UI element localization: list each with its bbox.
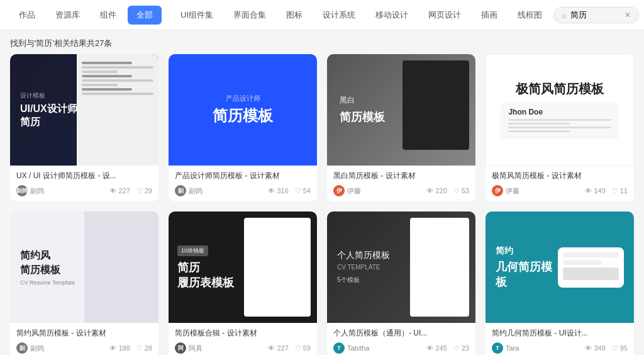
card-6-badge: 10块钱板: [177, 245, 208, 256]
card-5-author: 副 副鸽: [16, 342, 44, 354]
card-6-stats: 👁 227 ♡ 59: [268, 344, 311, 352]
card-7-info: 个人简历模板（通用）- UI... T Tabitha 👁 245 ♡ 23: [327, 323, 475, 355]
card-1-avatar: 副鸽: [16, 185, 28, 196]
card-3-author-name: 伊藤: [347, 186, 361, 196]
card-2-stats: 👁 316 ♡ 54: [268, 187, 311, 195]
card-4-author-name: 伊藤: [506, 186, 519, 196]
card-1-author-name: 副鸽: [30, 186, 44, 196]
card-8-meta: T Tara 👁 348 ♡ 95: [492, 342, 628, 354]
tab-assets[interactable]: 资源库: [47, 6, 89, 25]
card-1[interactable]: 设计模板 UI/UX设计师简历 UX / UI 设计师简历模板 - 设... 副…: [10, 54, 158, 201]
card-1-info: UX / UI 设计师简历模板 - 设... 副鸽 副鸽 👁 227 ♡ 29: [10, 166, 158, 201]
tab-components[interactable]: 组件: [91, 6, 125, 25]
card-2-main: 简历模板: [213, 106, 273, 126]
card-4-avatar: 伊: [492, 185, 503, 196]
tab-ui-sets[interactable]: 界面合集: [225, 6, 275, 25]
card-8-author-name: Tara: [506, 344, 519, 352]
card-2-likes: ♡ 54: [295, 187, 311, 195]
card-7-likes: ♡ 23: [453, 344, 469, 352]
search-input[interactable]: [570, 10, 621, 20]
card-8-preview: [558, 247, 624, 288]
card-7-t1: 个人简历模板: [337, 250, 390, 261]
card-6-meta: 阿 阿具 👁 227 ♡ 59: [175, 342, 311, 354]
card-6-info: 简历模板合辑 - 设计素材 阿 阿具 👁 227 ♡ 59: [169, 323, 317, 355]
card-2[interactable]: 产品设计师 简历模板 产品设计师简历模板 - 设计素材 副 副鸽 👁 316 ♡…: [169, 54, 317, 201]
tab-icons[interactable]: 图标: [277, 6, 311, 25]
card-1-title-text: UI/UX设计师简历: [20, 103, 77, 129]
card-6-author: 阿 阿具: [175, 342, 203, 354]
top-navigation: 作品 资源库 组件 全部 UI组件集 界面合集 图标 设计系统 移动设计 网页设…: [0, 0, 644, 30]
result-count: 找到与'简历'相关结果共27条: [0, 30, 644, 54]
card-7-meta: T Tabitha 👁 245 ♡ 23: [333, 342, 469, 354]
card-7-avatar: T: [333, 342, 345, 354]
card-3-thumbnail: 黑白 简历模板: [327, 54, 475, 166]
card-8-avatar: T: [492, 342, 503, 354]
card-3-likes: ♡ 53: [453, 187, 469, 195]
tab-mobile[interactable]: 移动设计: [367, 6, 417, 25]
card-5-t2: CV Resume Template: [20, 279, 75, 286]
search-icon: ⌕: [562, 10, 567, 20]
tab-works[interactable]: 作品: [10, 6, 44, 25]
card-1-preview: [77, 54, 158, 166]
card-2-author: 副 副鸽: [175, 185, 203, 196]
card-2-sub: 产品设计师: [226, 94, 260, 103]
card-6-avatar: 阿: [175, 342, 186, 354]
card-4-subcard: Jhon Doe: [501, 103, 618, 139]
card-7-author: T Tabitha: [333, 342, 369, 354]
card-5-meta: 副 副鸽 👁 188 ♡ 28: [16, 342, 152, 354]
card-6-author-name: 阿具: [189, 344, 203, 353]
card-7[interactable]: 个人简历模板 CV TEMPLATE 5个模板 个人简历模板（通用）- UI..…: [327, 211, 475, 355]
card-4-likes: ♡ 11: [612, 187, 628, 195]
card-3-t2: 简历模板: [340, 110, 385, 125]
card-6-title: 简历模板合辑 - 设计素材: [175, 328, 311, 339]
card-3[interactable]: 黑白 简历模板 黑白简历模板 - 设计素材 伊 伊藤 👁 220 ♡ 53: [327, 54, 475, 201]
card-2-thumbnail: 产品设计师 简历模板: [169, 54, 317, 166]
card-2-views: 👁 316: [268, 187, 288, 195]
tab-wireframe[interactable]: 线框图: [509, 6, 551, 25]
card-6-preview: [244, 218, 311, 317]
card-5-t1: 简约风简历模板: [20, 249, 75, 277]
card-3-views: 👁 220: [426, 187, 447, 195]
card-5-thumbnail: 简约风简历模板 CV Resume Template: [10, 211, 158, 323]
card-8-author: T Tara: [492, 342, 519, 354]
card-3-author: 伊 伊藤: [333, 185, 361, 196]
card-1-title: UX / UI 设计师简历模板 - 设...: [16, 171, 152, 181]
card-1-label: 设计模板: [20, 91, 77, 100]
card-8-title: 简约几何简历模板 - UI设计...: [492, 328, 628, 339]
card-7-views: 👁 245: [426, 344, 447, 352]
card-1-thumbnail: 设计模板 UI/UX设计师简历: [10, 54, 158, 166]
card-4-author: 伊 伊藤: [492, 185, 519, 196]
card-6-t2: 履历表模板: [177, 275, 234, 290]
card-3-avatar: 伊: [333, 185, 345, 196]
card-6-t1: 简历: [177, 260, 234, 275]
card-6-thumbnail: 10块钱板 简历 履历表模板: [169, 211, 317, 323]
card-4-thumbnail: 极简风简历模板 Jhon Doe: [486, 54, 634, 166]
card-8[interactable]: 简约 几何简历模板 简约几何简历模板 - UI设计... T Tara 👁 34…: [486, 211, 634, 355]
card-5-stats: 👁 188 ♡ 28: [109, 344, 152, 352]
card-2-meta: 副 副鸽 👁 316 ♡ 54: [175, 185, 311, 196]
card-3-t1: 黑白: [340, 95, 385, 106]
card-4-info: 极简风简历模板 - 设计素材 伊 伊藤 👁 149 ♡ 11: [486, 166, 634, 201]
card-8-views: 👁 348: [585, 344, 605, 352]
card-1-stats: 👁 227 ♡ 29: [109, 187, 152, 195]
card-7-t2: CV TEMPLATE: [337, 264, 390, 271]
card-4-views: 👁 149: [585, 187, 605, 195]
clear-icon[interactable]: ✕: [625, 11, 631, 20]
card-4-brand: 极简风简历模板: [516, 81, 604, 98]
card-6[interactable]: 10块钱板 简历 履历表模板 简历模板合辑 - 设计素材 阿 阿具 👁 227 …: [169, 211, 317, 355]
tab-ui-kits[interactable]: UI组件集: [172, 6, 222, 25]
tab-web[interactable]: 网页设计: [419, 6, 470, 25]
tab-illustration[interactable]: 插画: [472, 6, 506, 25]
tab-all[interactable]: 全部: [128, 6, 162, 25]
card-5-author-name: 副鸽: [30, 344, 44, 353]
card-5-info: 简约风简历模板 - 设计素材 副 副鸽 👁 188 ♡ 28: [10, 323, 158, 355]
card-3-info: 黑白简历模板 - 设计素材 伊 伊藤 👁 220 ♡ 53: [327, 166, 475, 201]
tab-design-system[interactable]: 设计系统: [314, 6, 364, 25]
card-grid: 设计模板 UI/UX设计师简历 UX / UI 设计师简历模板 - 设... 副…: [0, 54, 644, 355]
card-4[interactable]: 极简风简历模板 Jhon Doe 极简风简历模板 - 设计素材 伊 伊藤 👁 1…: [486, 54, 634, 201]
card-2-avatar: 副: [175, 185, 186, 196]
card-8-thumbnail: 简约 几何简历模板: [486, 211, 634, 323]
card-2-title: 产品设计师简历模板 - 设计素材: [175, 171, 311, 181]
card-5[interactable]: 简约风简历模板 CV Resume Template 简约风简历模板 - 设计素…: [10, 211, 158, 355]
card-1-likes: ♡ 29: [136, 187, 152, 195]
